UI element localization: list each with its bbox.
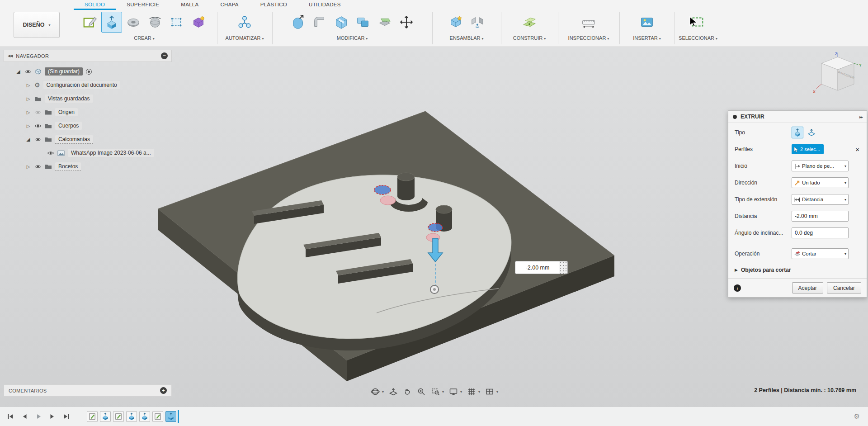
view-cube[interactable]: POSTERIOR X Y Z xyxy=(811,51,864,103)
step-forward-button[interactable] xyxy=(47,412,57,421)
tree-item-origin[interactable]: ▷ Origen xyxy=(4,105,184,119)
go-to-start-button[interactable] xyxy=(5,412,15,421)
box-primitive-button[interactable] xyxy=(166,12,187,33)
expand-arrow-icon[interactable]: ▷ xyxy=(25,123,31,128)
add-comment-button[interactable]: + xyxy=(160,387,167,394)
orbit-button[interactable]: ▾ xyxy=(370,386,385,397)
ribbon-group-label-construir[interactable]: CONSTRUIR▾ xyxy=(513,35,546,41)
tree-root-document[interactable]: ◢ (Sin guardar) xyxy=(4,65,184,78)
expand-arrow-icon[interactable]: ◢ xyxy=(25,137,31,142)
ribbon-group-label-insertar[interactable]: INSERTAR▾ xyxy=(633,35,661,41)
expand-arrow-icon[interactable]: ▷ xyxy=(25,83,31,88)
split-body-button[interactable] xyxy=(374,12,395,33)
step-back-button[interactable] xyxy=(19,412,29,421)
timeline-feature-extrude[interactable] xyxy=(126,411,137,422)
tree-item-document-settings[interactable]: ▷ ⚙ Configuración del documento xyxy=(4,78,184,92)
eye-icon[interactable] xyxy=(34,137,42,142)
grid-settings-button[interactable]: ▾ xyxy=(466,386,481,397)
cylinder-1[interactable] xyxy=(397,173,415,200)
collapse-dialog-icon[interactable]: ▸▸ xyxy=(859,114,862,119)
ribbon-group-label-seleccionar[interactable]: SELECCIONAR▾ xyxy=(679,35,717,41)
profiles-selected-chip[interactable]: 2 selec... xyxy=(792,144,824,154)
ribbon-group-label-inspeccionar[interactable]: INSPECCIONAR▾ xyxy=(568,35,609,41)
tree-item-decals[interactable]: ◢ Calcomanías xyxy=(4,133,184,146)
tab-chapa[interactable]: CHAPA xyxy=(210,0,250,10)
dimension-drag-grip[interactable] xyxy=(560,261,568,274)
revolve-button[interactable] xyxy=(123,12,144,33)
workspace-switcher-button[interactable]: DISEÑO▾ xyxy=(14,12,60,38)
display-settings-button[interactable]: ▾ xyxy=(448,386,463,397)
eye-icon[interactable] xyxy=(34,164,42,169)
automation-button[interactable] xyxy=(234,12,255,33)
timeline-feature-extrude[interactable] xyxy=(139,411,150,422)
ribbon-group-label-automatizar[interactable]: AUTOMATIZAR▾ xyxy=(226,35,264,41)
document-name[interactable]: (Sin guardar) xyxy=(45,67,83,76)
info-icon[interactable]: i xyxy=(734,284,741,292)
extrude-thin-type-button[interactable] xyxy=(806,127,817,138)
taper-angle-input[interactable] xyxy=(792,227,849,238)
zoom-button[interactable] xyxy=(416,386,427,397)
collapse-panel-icon[interactable]: ◀◀ xyxy=(8,54,12,58)
accept-button[interactable]: Aceptar xyxy=(792,282,823,293)
go-to-end-button[interactable] xyxy=(61,412,71,421)
tree-item-decal-image[interactable]: WhatsApp Image 2023-06-06 a... xyxy=(4,146,184,160)
clear-selection-icon[interactable]: × xyxy=(854,146,860,153)
timeline-feature-sketch[interactable] xyxy=(152,411,163,422)
ribbon-group-label-crear[interactable]: CREAR▾ xyxy=(134,35,155,41)
ribbon-group-label-ensamblar[interactable]: ENSAMBLAR▾ xyxy=(450,35,484,41)
combine-button[interactable] xyxy=(353,12,373,33)
eye-icon[interactable] xyxy=(47,151,54,156)
measure-button[interactable] xyxy=(578,12,599,33)
expand-arrow-icon[interactable]: ◢ xyxy=(15,69,21,75)
tab-superficie[interactable]: SUPERFICIE xyxy=(116,0,170,10)
new-component-button[interactable] xyxy=(445,12,466,33)
dimension-input[interactable] xyxy=(515,261,560,274)
cancel-button[interactable]: Cancelar xyxy=(827,282,861,293)
expand-arrow-icon[interactable]: ▷ xyxy=(25,96,31,101)
zoom-window-button[interactable]: ▾ xyxy=(430,386,445,397)
move-copy-button[interactable] xyxy=(396,12,417,33)
timeline-settings-gear-icon[interactable]: ⚙ xyxy=(854,412,860,421)
select-window-button[interactable] xyxy=(688,12,708,33)
objects-to-cut-section[interactable]: ▶ Objetos para cortar xyxy=(728,264,867,276)
tab-utilidades[interactable]: UTILIDADES xyxy=(298,0,352,10)
timeline-feature-extrude[interactable] xyxy=(100,411,111,422)
play-button[interactable] xyxy=(33,412,43,421)
fillet-button[interactable] xyxy=(309,12,330,33)
tree-item-saved-views[interactable]: ▷ Vistas guardadas xyxy=(4,92,184,105)
eye-off-icon[interactable] xyxy=(34,110,42,115)
ribbon-group-label-modificar[interactable]: MODIFICAR▾ xyxy=(337,35,368,41)
extrude-button[interactable] xyxy=(101,12,122,33)
sweep-button[interactable] xyxy=(145,12,165,33)
pan-button[interactable] xyxy=(402,386,413,397)
expand-arrow-icon[interactable]: ▷ xyxy=(25,110,31,115)
cut-preview-1[interactable] xyxy=(380,196,396,205)
selected-profile-1[interactable] xyxy=(374,185,391,194)
tree-item-sketches[interactable]: ▷ Bocetos xyxy=(4,160,184,173)
expand-arrow-icon[interactable]: ▷ xyxy=(25,164,31,169)
eye-icon[interactable] xyxy=(24,69,32,74)
eye-icon[interactable] xyxy=(34,123,42,128)
extrude-solid-type-button[interactable] xyxy=(792,127,803,138)
construct-plane-button[interactable] xyxy=(519,12,540,33)
tree-item-bodies[interactable]: ▷ Cuerpos xyxy=(4,119,184,133)
start-dropdown[interactable]: Plano de pe... ▾ xyxy=(792,161,849,171)
extrude-dialog-header[interactable]: EXTRUIR ▸▸ xyxy=(728,111,867,123)
viewports-button[interactable]: ▾ xyxy=(484,386,499,397)
shell-button[interactable] xyxy=(331,12,352,33)
extent-type-dropdown[interactable]: Distancia ▾ xyxy=(792,194,849,205)
tab-malla[interactable]: MALLA xyxy=(170,0,209,10)
operation-dropdown[interactable]: Cortar ▾ xyxy=(792,248,849,259)
insert-image-button[interactable] xyxy=(637,12,657,33)
timeline-feature-sketch[interactable] xyxy=(113,411,124,422)
navigator-header[interactable]: ◀◀ NAVEGADOR − xyxy=(4,50,172,62)
timeline-position-marker[interactable] xyxy=(178,410,179,423)
look-at-button[interactable] xyxy=(388,386,399,397)
tab-plastico[interactable]: PLÁSTICO xyxy=(250,0,298,10)
activate-component-radio[interactable] xyxy=(86,69,92,75)
minimize-navigator-button[interactable]: − xyxy=(161,52,168,59)
press-pull-button[interactable] xyxy=(288,12,308,33)
timeline-feature-sketch[interactable] xyxy=(87,411,98,422)
sketch-point[interactable] xyxy=(430,285,439,293)
direction-dropdown[interactable]: Un lado ▾ xyxy=(792,177,849,188)
